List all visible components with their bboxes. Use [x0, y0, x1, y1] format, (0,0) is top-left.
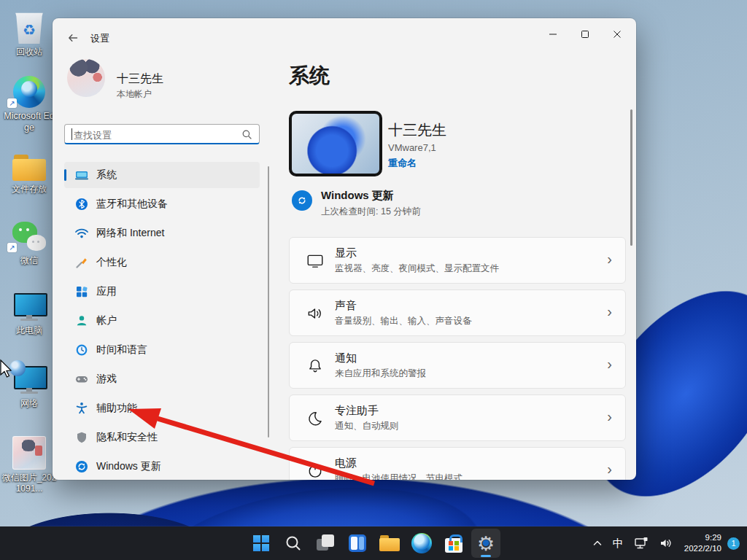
sidebar-item-network-internet[interactable]: 网络和 Internet	[64, 220, 260, 246]
task-view-button[interactable]	[311, 529, 340, 558]
bluetooth-icon	[74, 197, 89, 211]
back-button[interactable]	[63, 28, 83, 47]
maximize-button[interactable]	[569, 23, 601, 46]
desktop-icon-folder[interactable]: 文件存放	[1, 152, 57, 195]
sidebar-item-accounts[interactable]: 帐户	[64, 308, 260, 334]
shortcut-arrow-icon: ↗	[7, 98, 17, 108]
desktop-icon-label: 网络	[1, 398, 57, 409]
chevron-right-icon: ›	[607, 408, 612, 425]
settings-button[interactable]: ⚙	[471, 529, 500, 558]
search-icon	[241, 129, 252, 140]
card-subtitle: 音量级别、输出、输入、声音设备	[335, 315, 472, 327]
sidebar-item-system[interactable]: 系统	[64, 162, 260, 188]
speaker-icon	[659, 537, 673, 550]
store-button[interactable]	[439, 529, 468, 558]
sidebar-item-gaming[interactable]: 游戏	[64, 366, 260, 392]
sidebar-item-windows-update[interactable]: Windows 更新	[64, 454, 260, 480]
chevron-right-icon: ›	[607, 461, 612, 478]
search-input[interactable]	[72, 126, 236, 144]
close-icon	[613, 30, 622, 39]
desktop-icon-recycle-bin[interactable]: ♻ 回收站	[1, 7, 57, 58]
content-scrollbar[interactable]	[630, 109, 632, 246]
display-icon	[306, 252, 325, 273]
active-app-indicator	[481, 555, 491, 557]
ime-indicator[interactable]: 中	[608, 529, 629, 558]
card-focus-assist[interactable]: 专注助手 通知、自动规则 ›	[289, 394, 626, 441]
card-display[interactable]: 显示 监视器、亮度、夜间模式、显示配置文件 ›	[289, 237, 626, 284]
sidebar-item-label: 隐私和安全性	[96, 431, 158, 444]
moon-icon	[306, 409, 325, 431]
avatar[interactable]	[67, 59, 105, 97]
sidebar-item-accessibility[interactable]: 辅助功能	[64, 395, 260, 421]
settings-window: 设置 十三先生 本地帐户	[53, 18, 636, 480]
sidebar-item-label: Windows 更新	[96, 460, 161, 473]
wifi-icon	[74, 226, 89, 241]
start-button[interactable]	[247, 529, 276, 558]
window-titlebar[interactable]: 设置	[53, 18, 636, 50]
card-title: 电源	[335, 456, 357, 470]
sidebar-item-apps[interactable]: 应用	[64, 279, 260, 305]
network-icon	[12, 366, 46, 395]
person-icon	[74, 314, 89, 328]
settings-search-box[interactable]	[64, 124, 260, 144]
profile-name: 十三先生	[117, 71, 163, 87]
sidebar-item-label: 蓝牙和其他设备	[96, 198, 168, 211]
windows-update-status: 上次检查时间: 15 分钟前	[321, 206, 421, 218]
network-tray-icon[interactable]	[629, 529, 654, 558]
window-title: 设置	[90, 32, 109, 45]
accessibility-icon	[74, 401, 89, 416]
gear-icon: ⚙	[475, 532, 497, 554]
tray-time: 9:29	[684, 532, 721, 543]
system-tray: 中 9:29 2022/2/10 1	[587, 526, 747, 560]
close-button[interactable]	[601, 23, 633, 46]
card-power[interactable]: 电源 睡眠、电池使用情况、节电模式 ›	[289, 447, 626, 480]
sidebar-item-bluetooth-devices[interactable]: 蓝牙和其他设备	[64, 191, 260, 217]
rename-link[interactable]: 重命名	[388, 157, 417, 170]
power-icon	[306, 462, 325, 480]
desktop-icon-label: 微信图片_2021091...	[1, 472, 57, 494]
notification-badge[interactable]: 1	[727, 537, 740, 550]
tray-date: 2022/2/10	[684, 543, 721, 554]
desktop-icon-wechat[interactable]: ↗ 微信	[1, 219, 57, 266]
sidebar-item-personalization[interactable]: 个性化	[64, 249, 260, 276]
card-sound[interactable]: 声音 音量级别、输出、输入、声音设备 ›	[289, 289, 626, 336]
desktop-icon-label: 微信	[1, 255, 57, 266]
chevron-right-icon: ›	[607, 251, 612, 268]
profile-account-type: 本地帐户	[117, 88, 152, 101]
desktop-icon-this-pc[interactable]: 此电脑	[1, 292, 57, 336]
shortcut-arrow-icon: ↗	[7, 243, 17, 252]
edge-button[interactable]	[407, 529, 436, 558]
taskbar-center-icons: ⚙	[245, 529, 502, 558]
card-subtitle: 通知、自动规则	[335, 420, 399, 432]
sidebar-scrollbar[interactable]	[268, 166, 269, 438]
back-arrow-icon	[67, 32, 79, 44]
windows-update-title[interactable]: Windows 更新	[321, 189, 394, 203]
windows-update-icon	[292, 190, 312, 211]
device-thumbnail	[289, 111, 382, 176]
desktop-icon-wechat-image[interactable]: 微信图片_2021091...	[1, 435, 57, 494]
speaker-icon	[306, 304, 325, 326]
desktop-icon-edge[interactable]: ↗ Microsoft Edge	[1, 73, 57, 133]
tray-overflow-button[interactable]	[587, 529, 608, 558]
volume-tray-icon[interactable]	[654, 529, 678, 558]
taskbar-search-button[interactable]	[279, 529, 308, 558]
maximize-icon	[581, 30, 589, 39]
device-model: VMware7,1	[388, 142, 436, 153]
edge-icon	[13, 76, 45, 108]
device-name: 十三先生	[388, 120, 446, 140]
windows-start-icon	[253, 535, 269, 551]
recycle-glyph: ♻	[23, 21, 36, 39]
gamepad-icon	[74, 372, 89, 386]
sidebar-item-time-language[interactable]: 时间和语言	[64, 337, 260, 363]
network-display-icon	[634, 537, 649, 550]
card-notifications[interactable]: 通知 来自应用和系统的警报 ›	[289, 342, 626, 389]
minimize-button[interactable]	[537, 23, 569, 46]
apps-icon	[74, 284, 89, 299]
sidebar-item-label: 时间和语言	[96, 343, 147, 357]
file-explorer-button[interactable]	[375, 529, 404, 558]
edge-icon	[411, 533, 432, 553]
sidebar-item-privacy-security[interactable]: 隐私和安全性	[64, 424, 260, 451]
taskbar-clock[interactable]: 9:29 2022/2/10	[678, 532, 726, 554]
widgets-button[interactable]	[343, 529, 372, 558]
search-icon	[284, 534, 303, 553]
